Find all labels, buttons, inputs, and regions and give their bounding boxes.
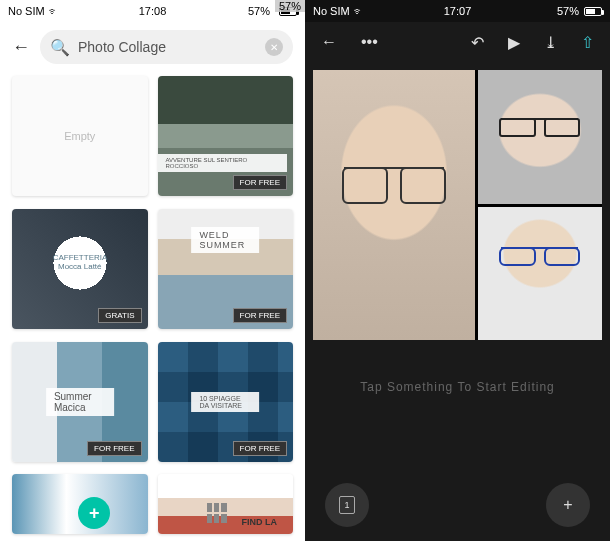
glasses-icon bbox=[344, 167, 444, 202]
price-badge: FOR FREE bbox=[233, 175, 287, 190]
clock: 17:08 bbox=[139, 5, 167, 17]
card-label: AVVENTURE SUL SENTIERO ROCCIOSO bbox=[158, 154, 288, 172]
price-badge: FOR FREE bbox=[233, 308, 287, 323]
play-icon[interactable]: ▶ bbox=[508, 33, 520, 52]
search-icon: 🔍 bbox=[50, 38, 70, 57]
template-card[interactable]: Summer Macica FOR FREE bbox=[12, 342, 148, 462]
carrier-label: No SIM bbox=[8, 5, 45, 17]
editor-screen: No SIM ᯤ 17:07 57% ← ••• ↶ ▶ ⤓ ⇧ Tap Som… bbox=[305, 0, 610, 541]
clear-icon[interactable]: ✕ bbox=[265, 38, 283, 56]
wifi-icon: ᯤ bbox=[353, 5, 364, 17]
status-bar: No SIM ᯤ 17:08 57% bbox=[0, 0, 305, 22]
price-badge: FOR FREE bbox=[87, 441, 141, 456]
template-card[interactable]: 10 SPIAGGE DA VISITARE FOR FREE bbox=[158, 342, 294, 462]
card-label: WELD SUMMER bbox=[191, 227, 259, 253]
pages-button[interactable]: 1 bbox=[325, 483, 369, 527]
editor-toolbar: ← ••• ↶ ▶ ⤓ ⇧ bbox=[305, 22, 610, 62]
battery-pct: 57% bbox=[244, 5, 274, 17]
share-icon[interactable]: ⇧ bbox=[581, 33, 594, 52]
undo-icon[interactable]: ↶ bbox=[471, 33, 484, 52]
glasses-icon bbox=[501, 118, 578, 135]
photo-slot[interactable] bbox=[478, 207, 602, 341]
search-input[interactable] bbox=[78, 39, 257, 55]
more-icon[interactable]: ••• bbox=[361, 33, 378, 51]
carrier-label: No SIM bbox=[313, 5, 350, 17]
photo-slot[interactable] bbox=[313, 70, 475, 340]
battery-icon bbox=[582, 7, 602, 16]
card-label: CAFFETTERIA Mocca Latté bbox=[45, 250, 115, 274]
template-grid: Empty AVVENTURE SUL SENTIERO ROCCIOSO FO… bbox=[0, 72, 305, 541]
clock: 17:07 bbox=[444, 5, 472, 17]
wifi-icon: ᯤ bbox=[48, 5, 59, 17]
plus-icon: + bbox=[563, 496, 572, 514]
back-icon[interactable]: ← bbox=[12, 37, 30, 58]
template-card[interactable]: CAFFETTERIA Mocca Latté GRATIS bbox=[12, 209, 148, 329]
template-card[interactable]: Empty bbox=[12, 76, 148, 196]
editor-bottom-bar: 1 + bbox=[305, 483, 610, 527]
price-badge: FOR FREE bbox=[233, 441, 287, 456]
page-count-badge: 1 bbox=[339, 496, 355, 514]
template-card[interactable]: AVVENTURE SUL SENTIERO ROCCIOSO FOR FREE bbox=[158, 76, 294, 196]
grid-view-icon[interactable] bbox=[207, 503, 227, 523]
search-field-container[interactable]: 🔍 ✕ bbox=[40, 30, 293, 64]
bottom-bar: + bbox=[0, 493, 305, 533]
card-label: 10 SPIAGGE DA VISITARE bbox=[191, 392, 259, 412]
template-card[interactable]: WELD SUMMER FOR FREE bbox=[158, 209, 294, 329]
template-browser-screen: No SIM ᯤ 17:08 57% ← 🔍 ✕ Empty AVVENTURE… bbox=[0, 0, 305, 541]
search-bar: ← 🔍 ✕ bbox=[0, 22, 305, 72]
battery-pct: 57% bbox=[557, 5, 579, 17]
card-label: Summer Macica bbox=[46, 388, 114, 416]
card-label: Empty bbox=[56, 127, 103, 145]
photo-slot[interactable] bbox=[478, 70, 602, 204]
download-icon[interactable]: ⤓ bbox=[544, 33, 557, 52]
price-badge: GRATIS bbox=[98, 308, 141, 323]
battery-overlay: 57% bbox=[275, 0, 305, 12]
back-icon[interactable]: ← bbox=[321, 33, 337, 51]
add-element-button[interactable]: + bbox=[546, 483, 590, 527]
status-bar: No SIM ᯤ 17:07 57% bbox=[305, 0, 610, 22]
glasses-icon bbox=[501, 247, 578, 264]
add-button[interactable]: + bbox=[78, 497, 110, 529]
editor-hint: Tap Something To Start Editing bbox=[305, 380, 610, 394]
collage-canvas[interactable] bbox=[313, 70, 602, 340]
